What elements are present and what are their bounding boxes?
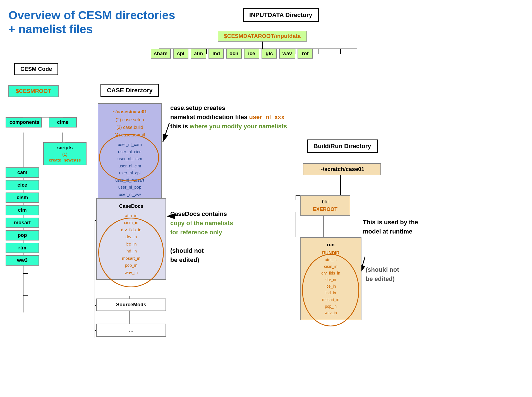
subdir-atm: atm <box>191 49 206 59</box>
cime-box: cime <box>49 117 77 127</box>
casedocs-oval <box>98 218 164 287</box>
case-directory-label: CASE Directory <box>100 84 159 97</box>
case-step2: (2) case.setup <box>104 116 156 124</box>
inputdata-directory-label: INPUTDATA Directory <box>243 8 319 22</box>
bld-box: bld EXEROOT <box>300 195 350 216</box>
annotation-runtime: This is used by the model at runtime <box>363 218 418 236</box>
components-box: components <box>6 117 42 127</box>
scratch-box: ~/scratch/case01 <box>303 163 381 175</box>
comp-rtm: rtm <box>6 243 39 253</box>
scripts-box: scripts (1) create_newcase <box>43 142 87 165</box>
comp-cice: cice <box>6 180 39 190</box>
annotation-no-edit: (should not be edited) <box>366 265 399 283</box>
user-nl-ww: user_nl_ww <box>104 191 156 198</box>
comp-cam: cam <box>6 167 39 178</box>
user-nl-pop: user_nl_pop <box>104 184 156 191</box>
component-list: cam cice cism clm mosart pop rtm ww3 <box>6 167 39 266</box>
page-title: Overview of CESM directories + namelist … <box>8 8 175 37</box>
comp-mosart: mosart <box>6 218 39 228</box>
svg-line-34 <box>163 123 169 142</box>
subdir-ocn: ocn <box>226 49 242 59</box>
subdir-glc: glc <box>262 49 277 59</box>
cesmroot-box: $CESMROOT <box>8 85 59 97</box>
subdir-rof: rof <box>298 49 313 59</box>
subdir-wav: wav <box>279 49 295 59</box>
run-oval <box>302 254 359 326</box>
sourcemods-box: SourceMods <box>96 299 166 311</box>
subdir-share: share <box>151 49 171 59</box>
comp-ww3: ww3 <box>6 255 39 266</box>
annotation-casedocs: CaseDocs contains copy of the namelists … <box>170 209 233 264</box>
case-path: ~/cases/case01 <box>104 108 156 116</box>
case-oval <box>99 134 159 181</box>
ellipsis-box: ... <box>96 324 166 337</box>
comp-pop: pop <box>6 230 39 240</box>
comp-cism: cism <box>6 193 39 203</box>
case-step3: (3) case.build <box>104 124 156 131</box>
casedocs-label: CaseDocs <box>101 202 161 211</box>
subdir-lnd: lnd <box>209 49 224 59</box>
subdir-cpl: cpl <box>173 49 188 59</box>
buildrun-directory-label: Build/Run Directory <box>307 139 378 153</box>
inputdata-root-box: $CESMDATAROOT/inputdata <box>218 31 307 42</box>
inputdata-subdirs-row: share cpl atm lnd ocn ice glc wav rof <box>151 49 313 59</box>
subdir-ice: ice <box>244 49 259 59</box>
annotation-case-setup: case.setup creates namelist modification… <box>170 103 287 131</box>
cesm-code-label: CESM Code <box>14 63 58 75</box>
comp-clm: clm <box>6 205 39 215</box>
